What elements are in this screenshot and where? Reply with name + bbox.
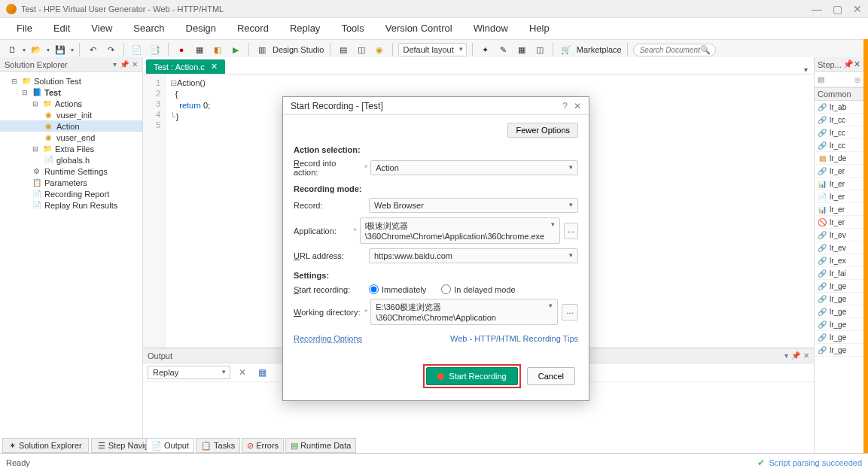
step-item[interactable]: 🔗lr_cc [815,114,863,126]
menu-file[interactable]: File [6,18,43,39]
tree-extra-files-folder[interactable]: ⊟📁Extra Files [0,143,142,154]
steps-pin-icon[interactable]: 📌 [843,59,854,69]
wand-icon[interactable]: ✦ [478,42,493,57]
docs-search-box[interactable]: 🔍 [633,44,716,56]
step-item[interactable]: 🔗lr_cc [815,126,863,139]
tree-parameters[interactable]: 📋Parameters [0,177,142,188]
design-studio-icon[interactable]: ▥ [254,42,270,57]
output-dropdown-icon[interactable]: ▾ [784,351,788,360]
file-tab-action-c[interactable]: Test : Action.c ✕ [146,59,225,74]
tree-actions-folder[interactable]: ⊟📁Actions [0,98,142,109]
tree-runtime-settings[interactable]: ⚙Runtime Settings [0,166,142,177]
right-docked-strip[interactable] [863,39,868,453]
new-button[interactable]: 🗋 [5,42,20,57]
save-button[interactable]: 💾 [53,42,68,57]
redo-button[interactable]: ↷ [103,42,118,57]
step-item[interactable]: 🔗lr_er [815,165,863,178]
filter-icon[interactable]: ▤ [818,75,824,84]
tab-overflow-icon[interactable]: ▾ [804,65,808,74]
tree-action-action[interactable]: ◉Action [0,120,142,132]
output-clear-icon[interactable]: ✕ [235,365,250,380]
output-filter-combo[interactable]: Replay [148,366,230,379]
play-button[interactable]: ▶ [228,42,243,57]
search-icon[interactable]: 🔍 [700,45,711,55]
docs-search-input[interactable] [640,46,700,54]
cart-icon[interactable]: 🛒 [559,42,574,57]
working-dir-browse-button[interactable]: … [562,304,578,321]
step-item[interactable]: 📄lr_er [815,190,863,203]
tree-solution-root[interactable]: ⊟📁Solution Test [0,75,142,87]
working-dir-combo[interactable]: E:\360极速浏览器\360Chrome\Chrome\Application [370,299,558,325]
record-button[interactable]: ● [174,42,189,57]
application-browse-button[interactable]: … [564,223,578,239]
step-item[interactable]: 📊lr_er [815,178,863,190]
recording-tips-link[interactable]: Web - HTTP/HTML Recording Tips [450,334,578,343]
step-item[interactable]: 🔗lr_cc [815,139,863,152]
application-combo[interactable]: l极速浏览器\360Chrome\Chrome\Application\360c… [360,217,560,244]
insert-icon[interactable]: 📑 [148,42,163,57]
marketplace-link[interactable]: Marketplace [577,45,622,54]
step-item[interactable]: 🔗lr_ge [815,305,863,318]
menu-record[interactable]: Record [227,18,279,39]
steps-close-icon[interactable]: ✕ [854,59,860,69]
step-item[interactable]: 🔗lr_ge [815,344,863,357]
close-button[interactable]: ✕ [853,3,862,15]
undo-button[interactable]: ↶ [85,42,100,57]
cancel-button[interactable]: Cancel [527,367,575,385]
minimize-button[interactable]: — [812,3,822,15]
start-recording-button[interactable]: Start Recording [426,367,517,385]
menu-help[interactable]: Help [519,18,560,39]
layout-icon[interactable]: ▤ [336,42,351,57]
radio-delayed[interactable]: In delayed mode [441,284,515,294]
step-item[interactable]: 🔗lr_ev [815,242,863,254]
compile-button[interactable]: ▦ [192,42,207,57]
layout-dropdown[interactable]: Default layout [398,43,467,56]
radio-immediately[interactable]: Immediately [369,284,426,294]
menu-view[interactable]: View [81,18,123,39]
design-studio-link[interactable]: Design Studio [273,45,324,54]
step-item[interactable]: 🚫lr_er [815,216,863,229]
step-item[interactable]: 🔗lr_ge [815,280,863,293]
step-item[interactable]: 🔗lr_ev [815,229,863,242]
step-item[interactable]: 🔗lr_ge [815,331,863,344]
step-item[interactable]: 🔗lr_ge [815,318,863,331]
tab-solution-explorer[interactable]: ✶Solution Explorer [2,438,89,453]
highlight-icon[interactable]: ◫ [532,42,547,57]
open-button[interactable]: 📂 [29,42,44,57]
fewer-options-button[interactable]: Fewer Options [507,123,578,138]
grid-icon[interactable]: ▦ [514,42,529,57]
cut-paper-icon[interactable]: 📄 [129,42,145,57]
tree-script[interactable]: ⊟📘Test [0,87,142,98]
dialog-help-icon[interactable]: ? [562,101,568,111]
runtime-icon[interactable]: ◉ [372,42,387,57]
step-item[interactable]: 🔗lr_fai [815,267,863,280]
tree-action-vuser-init[interactable]: ◉vuser_init [0,109,142,120]
record-into-combo[interactable]: Action [370,160,578,175]
tree-recording-report[interactable]: 📄Recording Report [0,188,142,199]
tab-tasks[interactable]: 📋Tasks [196,438,240,453]
menu-tools[interactable]: Tools [330,18,374,39]
stop-button[interactable]: ◧ [210,42,225,57]
menu-version-control[interactable]: Version Control [375,18,463,39]
recording-options-link[interactable]: Recording Options [294,334,362,343]
menu-replay[interactable]: Replay [279,18,330,39]
menu-search[interactable]: Search [123,18,175,39]
step-item[interactable]: 🔗lr_ab [815,101,863,114]
output-pin-icon[interactable]: 📌 [791,351,800,360]
maximize-button[interactable]: ▢ [833,3,842,15]
panel-dropdown-icon[interactable]: ▾ [113,60,117,68]
record-combo[interactable]: Web Browser [369,198,578,213]
pencil-icon[interactable]: ✎ [496,42,511,57]
tab-output[interactable]: 📄Output [146,438,194,453]
tree-globals-h[interactable]: 📄globals.h [0,154,142,166]
dialog-close-icon[interactable]: ✕ [574,101,581,111]
step-item[interactable]: 📊lr_er [815,203,863,216]
step-item[interactable]: ▤lr_de [815,152,863,165]
menu-edit[interactable]: Edit [43,18,81,39]
tab-errors[interactable]: ⊘Errors [242,438,284,453]
url-combo[interactable]: https:www.baidu.com [369,248,578,263]
menu-window[interactable]: Window [463,18,519,39]
tab-runtime-data[interactable]: ▤Runtime Data [285,438,356,453]
output-lock-icon[interactable]: ▦ [254,365,270,380]
step-item[interactable]: 🔗lr_ex [815,254,863,267]
